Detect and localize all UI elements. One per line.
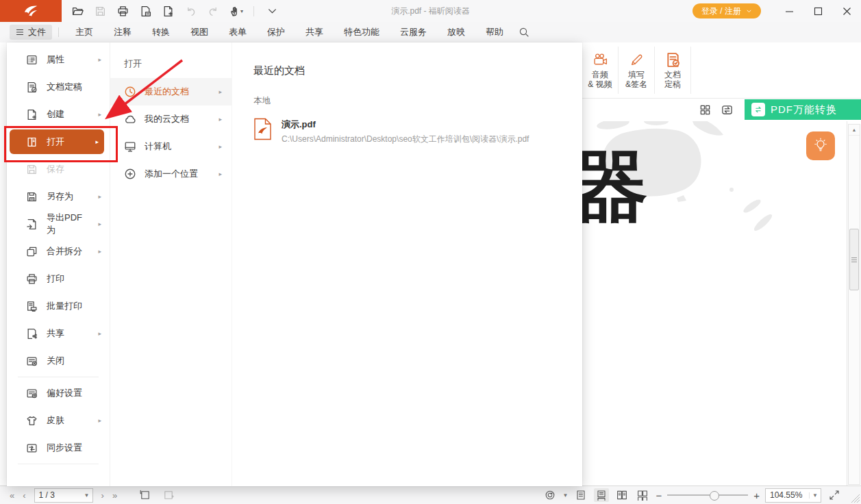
last-page-button[interactable]: »: [112, 490, 117, 501]
continuous-facing-view-button[interactable]: [635, 488, 650, 502]
hand-tool-caret-icon[interactable]: ▾: [240, 8, 243, 14]
ribbon-group-doc-finalize[interactable]: 文档定稿: [655, 42, 690, 98]
submenu-arrow-icon: ▸: [98, 111, 101, 118]
ribbon-group-fill-sign[interactable]: 填写&签名: [619, 42, 654, 98]
create-doc-button[interactable]: [159, 2, 177, 20]
collapse-toolbar-button[interactable]: [263, 2, 281, 20]
zoom-slider[interactable]: [667, 490, 748, 500]
tab-cloud-service[interactable]: 云服务: [390, 22, 437, 42]
tab-comment[interactable]: 注释: [103, 22, 142, 42]
undo-button[interactable]: [182, 2, 199, 20]
fullscreen-button[interactable]: [827, 488, 842, 502]
auto-scroll-button[interactable]: [542, 488, 558, 502]
facing-view-button[interactable]: [614, 488, 629, 502]
tab-view[interactable]: 视图: [180, 22, 219, 42]
tab-share[interactable]: 共享: [295, 22, 334, 42]
zoom-level-input[interactable]: 104.55% ▼: [765, 488, 821, 503]
submenu-arrow-icon: ▸: [98, 220, 101, 227]
file-menu-item-merge-split[interactable]: 合并拆分▸: [7, 238, 110, 265]
hand-tool-button[interactable]: ▾: [227, 2, 245, 20]
scroll-up-icon[interactable]: ▲: [849, 125, 860, 136]
file-menu-item-create[interactable]: 创建▸: [7, 101, 110, 128]
menu-divider: [18, 377, 99, 377]
vertical-scrollbar[interactable]: ▲: [848, 124, 860, 485]
doc-plus-icon: [26, 109, 38, 121]
file-menu-item-batch-print[interactable]: 批量打印: [7, 292, 110, 320]
tab-form[interactable]: 表单: [219, 22, 257, 42]
file-menu-item-skin[interactable]: 皮肤▸: [7, 407, 110, 434]
prev-page-button[interactable]: ‹: [23, 490, 25, 501]
file-menu-item-close[interactable]: 关闭: [7, 347, 110, 375]
open-item-label: 计算机: [145, 140, 171, 153]
file-menu-item-label: 同步设置: [47, 442, 82, 454]
previous-view-button[interactable]: [138, 488, 153, 502]
maximize-button[interactable]: [803, 0, 832, 22]
page-navigation: « ‹ 1 / 3 ▼ › »: [10, 488, 176, 503]
tab-present[interactable]: 放映: [437, 22, 475, 42]
doc-minus-icon: [140, 5, 151, 17]
file-menu-item-sync-settings[interactable]: 同步设置: [7, 434, 110, 462]
open-submenu: 打开 最近的文档▸我的云文档▸计算机▸添加一个位置▸: [110, 42, 232, 486]
tips-lightbulb-button[interactable]: [806, 131, 835, 160]
login-button[interactable]: 登录 / 注册: [692, 3, 761, 18]
page-indicator: 1 / 3: [35, 490, 82, 500]
print-button[interactable]: [114, 2, 132, 20]
open-file-button[interactable]: [68, 2, 86, 20]
pdf-convert-button[interactable]: PDF万能转换: [745, 99, 861, 120]
foxit-logo: [0, 0, 62, 22]
export-doc-button[interactable]: [136, 2, 154, 20]
page-edge-line: [847, 121, 847, 486]
auto-scroll-caret-icon[interactable]: ▼: [563, 492, 569, 499]
file-menu-item-label: 属性: [47, 53, 64, 66]
file-menu-item-doc-finalize[interactable]: 文档定稿: [7, 73, 110, 101]
next-view-button[interactable]: [161, 488, 176, 502]
page-dropdown-caret-icon[interactable]: ▼: [82, 492, 92, 499]
grid-view-button[interactable]: [697, 101, 713, 118]
file-menu-item-share[interactable]: 共享▸: [7, 320, 110, 347]
next-page-button[interactable]: ›: [101, 490, 104, 501]
first-page-button[interactable]: «: [10, 490, 14, 501]
open-item-computer[interactable]: 计算机▸: [110, 133, 232, 160]
tab-home[interactable]: 主页: [65, 22, 103, 42]
open-item-cloud-docs[interactable]: 我的云文档▸: [110, 105, 232, 133]
continuous-view-button[interactable]: [594, 488, 609, 502]
open-item-add-place[interactable]: 添加一个位置▸: [110, 160, 232, 188]
minimize-button[interactable]: [775, 0, 803, 22]
file-menu-item-save-as[interactable]: 另存为▸: [7, 183, 110, 210]
ribbon-group-audio-video[interactable]: 音频& 视频: [582, 42, 618, 98]
redo-button[interactable]: [204, 2, 222, 20]
submenu-arrow-icon: ▸: [98, 56, 101, 63]
search-button[interactable]: [516, 25, 532, 39]
tab-convert[interactable]: 转换: [142, 22, 180, 42]
ribbon-group-label: 音频& 视频: [588, 70, 612, 89]
file-menu-item-label: 合并拆分: [47, 245, 82, 257]
save-button[interactable]: [91, 2, 109, 20]
file-menu-button[interactable]: 文件: [10, 25, 52, 40]
file-menu-item-print[interactable]: 打印: [7, 265, 110, 292]
file-menu-item-preferences[interactable]: 偏好设置: [7, 379, 110, 407]
open-item-recent-docs[interactable]: 最近的文档▸: [110, 78, 232, 105]
file-menu-item-properties[interactable]: 属性▸: [7, 46, 110, 73]
scrollbar-thumb[interactable]: [849, 229, 859, 290]
tab-protect[interactable]: 保护: [257, 22, 295, 42]
hand-icon: [228, 5, 240, 17]
swap-box-icon: [721, 104, 733, 116]
zoom-in-button[interactable]: +: [753, 490, 760, 501]
zoom-out-button[interactable]: −: [656, 490, 662, 501]
zoom-dropdown-caret-icon[interactable]: ▼: [809, 492, 821, 499]
tab-features[interactable]: 特色功能: [334, 22, 390, 42]
swap-view-button[interactable]: [719, 101, 735, 118]
close-button[interactable]: [832, 0, 861, 22]
single-page-view-button[interactable]: [573, 488, 588, 502]
recent-file-item[interactable]: 演示.pdfC:\Users\Administrator\Desktop\seo…: [253, 118, 582, 145]
page-number-input[interactable]: 1 / 3 ▼: [34, 488, 93, 503]
file-menu-item-export-pdf[interactable]: 导出PDF为▸: [7, 210, 110, 238]
file-menu-item-label: 打印: [47, 273, 64, 285]
submenu-arrow-icon: ▸: [98, 417, 101, 424]
open-item-label: 我的云文档: [145, 113, 189, 125]
resize-grip[interactable]: [851, 494, 860, 503]
tab-help[interactable]: 帮助: [475, 22, 514, 42]
submenu-arrow-icon: ▸: [219, 143, 222, 150]
submenu-arrow-icon: ▸: [98, 248, 101, 255]
zoom-slider-knob[interactable]: [710, 491, 719, 501]
